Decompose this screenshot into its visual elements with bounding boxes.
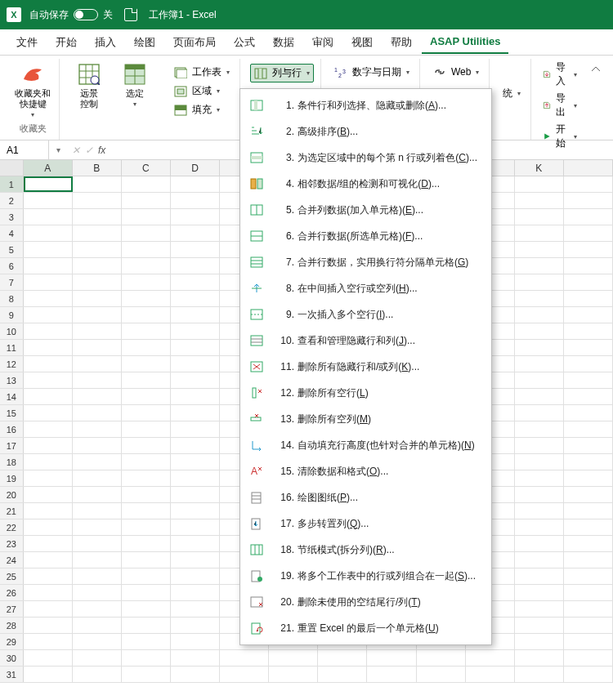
cell[interactable] — [24, 274, 73, 290]
menu-item-21[interactable]: 21.重置 Excel 的最后一个单元格(U) — [240, 615, 491, 641]
cell[interactable] — [122, 470, 171, 486]
cell[interactable] — [73, 323, 122, 339]
cell[interactable] — [171, 176, 220, 192]
menu-item-3[interactable]: 3.为选定区域中的每个第 n 行或列着色(C)... — [240, 145, 491, 171]
cell[interactable] — [564, 291, 613, 306]
cell[interactable] — [515, 503, 564, 519]
tab-页面布局[interactable]: 页面布局 — [165, 30, 224, 55]
cell[interactable] — [73, 307, 122, 323]
confirm-icon[interactable]: ✓ — [85, 145, 93, 156]
cell[interactable] — [24, 307, 73, 323]
menu-item-11[interactable]: 11.删除所有隐藏行和/或列(K)... — [240, 354, 491, 380]
num-date-menu[interactable]: 123 数字与日期▾ — [331, 64, 413, 81]
cell[interactable] — [318, 667, 367, 682]
cell[interactable] — [73, 242, 122, 257]
cell[interactable] — [269, 667, 318, 682]
menu-item-5[interactable]: 5.合并列数据(加入单元格)(E)... — [240, 197, 491, 223]
cell[interactable] — [73, 503, 122, 519]
cell[interactable] — [515, 372, 564, 388]
cell[interactable] — [564, 568, 613, 584]
row-header[interactable]: 25 — [0, 568, 24, 584]
cell[interactable] — [24, 601, 73, 617]
cell[interactable] — [515, 519, 564, 535]
cell[interactable] — [515, 307, 564, 323]
cell[interactable] — [24, 634, 73, 649]
cell[interactable] — [564, 372, 613, 388]
cell[interactable] — [24, 340, 73, 355]
cell[interactable] — [220, 667, 269, 682]
menu-item-12[interactable]: 12.删除所有空行(L) — [240, 380, 491, 406]
menu-item-14[interactable]: 14.自动填充行高度(也针对合并的单元格)(N) — [240, 432, 491, 458]
cell[interactable] — [171, 340, 220, 355]
cell[interactable] — [24, 667, 73, 682]
cell[interactable] — [73, 487, 122, 502]
cell[interactable] — [564, 487, 613, 502]
menu-item-1[interactable]: 1.条件行和列选择、隐藏或删除(A)... — [240, 92, 491, 118]
cell[interactable] — [564, 552, 613, 568]
cell[interactable] — [171, 519, 220, 535]
import-button[interactable]: 导入▾ — [543, 60, 577, 88]
select-all-corner[interactable] — [0, 160, 24, 176]
cell[interactable] — [515, 242, 564, 257]
cell[interactable] — [564, 618, 613, 633]
cell[interactable] — [564, 176, 613, 192]
cell[interactable] — [122, 454, 171, 470]
cell[interactable] — [73, 601, 122, 617]
cell[interactable] — [73, 405, 122, 421]
cell[interactable] — [515, 193, 564, 208]
cell[interactable] — [564, 634, 613, 649]
cell[interactable] — [171, 307, 220, 323]
column-header[interactable]: A — [24, 160, 73, 176]
tab-数据[interactable]: 数据 — [265, 30, 302, 55]
cell[interactable] — [564, 225, 613, 241]
cell[interactable] — [24, 372, 73, 388]
column-header[interactable] — [564, 160, 613, 176]
row-header[interactable]: 2 — [0, 193, 24, 208]
cell[interactable] — [564, 209, 613, 225]
cell[interactable] — [171, 372, 220, 388]
cell[interactable] — [122, 650, 171, 666]
cell[interactable] — [73, 421, 122, 437]
cell[interactable] — [122, 601, 171, 617]
cell[interactable] — [171, 536, 220, 551]
export-button[interactable]: 导出▾ — [543, 91, 577, 119]
menu-item-10[interactable]: 10.查看和管理隐藏行和列(J)... — [240, 328, 491, 354]
cell[interactable] — [73, 225, 122, 241]
cell[interactable] — [24, 242, 73, 257]
cell[interactable] — [220, 650, 269, 666]
menu-item-13[interactable]: 13.删除所有空列(M) — [240, 406, 491, 432]
cell[interactable] — [515, 536, 564, 551]
cell[interactable] — [122, 568, 171, 584]
cell[interactable] — [564, 536, 613, 551]
menu-item-9[interactable]: 9.一次插入多个空行(I)... — [240, 301, 491, 328]
cell[interactable] — [171, 667, 220, 682]
cell[interactable] — [171, 356, 220, 372]
menu-item-17[interactable]: 17.多步转置列(Q)... — [240, 511, 491, 537]
cell[interactable] — [122, 176, 171, 192]
cell[interactable] — [73, 552, 122, 568]
vision-control-button[interactable]: 远景 控制 — [69, 60, 109, 111]
cell[interactable] — [171, 389, 220, 404]
cell[interactable] — [515, 323, 564, 339]
cell[interactable] — [24, 438, 73, 453]
menu-item-15[interactable]: A15.清除数据和格式(O)... — [240, 458, 491, 484]
cell[interactable] — [515, 209, 564, 225]
cell[interactable] — [171, 242, 220, 257]
menu-item-6[interactable]: 6.合并行数据(所选单元格)(F)... — [240, 223, 491, 249]
row-header[interactable]: 8 — [0, 291, 24, 306]
row-header[interactable]: 23 — [0, 536, 24, 551]
cell[interactable] — [122, 274, 171, 290]
cell[interactable] — [515, 568, 564, 584]
cell[interactable] — [73, 176, 122, 192]
cell[interactable] — [122, 421, 171, 437]
tab-文件[interactable]: 文件 — [8, 30, 46, 55]
fx-icon[interactable]: fx — [98, 145, 105, 156]
cell[interactable] — [24, 650, 73, 666]
cell[interactable] — [122, 487, 171, 502]
cell[interactable] — [171, 291, 220, 306]
cell[interactable] — [122, 585, 171, 600]
fill-menu[interactable]: 填充▾ — [171, 101, 233, 118]
cell[interactable] — [564, 340, 613, 355]
tab-帮助[interactable]: 帮助 — [383, 30, 420, 55]
cell[interactable] — [171, 405, 220, 421]
